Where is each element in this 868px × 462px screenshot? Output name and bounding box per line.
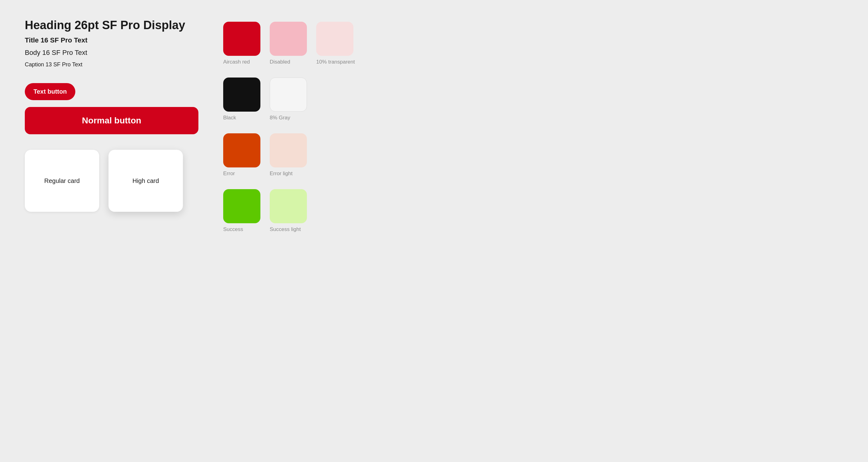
cards-section: Regular card High card (25, 150, 198, 212)
buttons-section: Text button Normal button (25, 83, 198, 134)
right-column: Aircash red Disabled 10% transparent Bla… (223, 19, 843, 233)
color-label-success: Success (223, 226, 243, 233)
regular-card-label: Regular card (44, 177, 80, 184)
color-row-1: Aircash red Disabled 10% transparent (223, 22, 843, 65)
color-label-error: Error (223, 171, 235, 177)
color-item-black: Black (223, 78, 260, 121)
color-item-gray8: 8% Gray (270, 78, 307, 121)
color-item-disabled: Disabled (270, 22, 307, 65)
color-label-disabled: Disabled (270, 59, 290, 65)
swatch-error (223, 133, 260, 167)
color-item-error: Error (223, 133, 260, 177)
swatch-disabled (270, 22, 307, 56)
swatch-gray8 (270, 78, 307, 112)
normal-button[interactable]: Normal button (25, 107, 198, 134)
color-item-transparent10: 10% transparent (316, 22, 355, 65)
high-card-label: High card (132, 177, 159, 184)
color-row-2: Black 8% Gray (223, 78, 843, 121)
regular-card: Regular card (25, 150, 99, 212)
swatch-transparent10 (316, 22, 353, 56)
color-item-success-light: Success light (270, 189, 307, 233)
color-row-3: Error Error light (223, 133, 843, 177)
text-button[interactable]: Text button (25, 83, 75, 100)
color-item-error-light: Error light (270, 133, 307, 177)
color-label-success-light: Success light (270, 226, 301, 233)
page-layout: Heading 26pt SF Pro Display Title 16 SF … (25, 19, 843, 233)
left-column: Heading 26pt SF Pro Display Title 16 SF … (25, 19, 198, 212)
color-label-aircash-red: Aircash red (223, 59, 250, 65)
color-label-black: Black (223, 115, 236, 121)
body-label: Body 16 SF Pro Text (25, 49, 198, 57)
color-label-error-light: Error light (270, 171, 292, 177)
heading-label: Heading 26pt SF Pro Display (25, 19, 198, 32)
swatch-success (223, 189, 260, 223)
color-row-4: Success Success light (223, 189, 843, 233)
color-item-success: Success (223, 189, 260, 233)
color-label-gray8: 8% Gray (270, 115, 290, 121)
title-label: Title 16 SF Pro Text (25, 36, 198, 45)
typography-section: Heading 26pt SF Pro Display Title 16 SF … (25, 19, 198, 68)
color-label-transparent10: 10% transparent (316, 59, 355, 65)
swatch-success-light (270, 189, 307, 223)
swatch-aircash-red (223, 22, 260, 56)
high-card: High card (108, 150, 183, 212)
swatch-error-light (270, 133, 307, 167)
swatch-black (223, 78, 260, 112)
caption-label: Caption 13 SF Pro Text (25, 61, 198, 68)
color-item-aircash-red: Aircash red (223, 22, 260, 65)
